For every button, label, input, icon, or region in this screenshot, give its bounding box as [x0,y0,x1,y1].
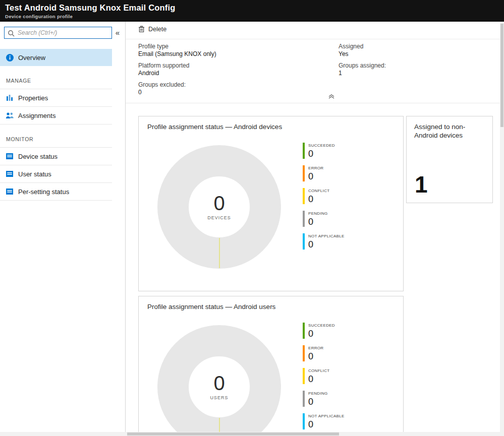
legend-swatch [303,188,305,204]
donut-chart-users: 0 USERS [157,325,281,432]
sidebar-item-label: User status [18,170,51,178]
donut-center: 0 DEVICES [157,193,281,220]
card-non-android-devices: Assigned to non-Android devices 1 [406,116,493,203]
legend-text: CONFLICT 0 [308,188,329,204]
sidebar-item-device-status[interactable]: Device status [0,148,112,165]
sidebar-item-user-status[interactable]: User status [0,165,112,183]
legend-text: SUCCEEDED 0 [308,143,335,159]
donut-total: 0 [157,372,281,394]
essential-profile-type: Profile type Email (Samsung KNOX only) [138,43,216,58]
legend-text: PENDING 0 [308,211,328,227]
sidebar-item-label: Per-setting status [18,188,69,196]
main-content: Delete Profile type Email (Samsung KNOX … [126,22,500,432]
donut-center: 0 USERS [157,372,281,400]
essentials-collapse-button[interactable] [327,92,335,101]
status-list-icon [6,153,14,160]
legend-text: PENDING 0 [308,391,328,407]
status-list-icon [6,170,14,177]
legend-item-conflict: CONFLICT 0 [303,188,345,204]
chart-legend: SUCCEEDED 0 ERROR 0 CONFLICT 0 [303,323,345,432]
chart-legend: SUCCEEDED 0 ERROR 0 CONFLICT 0 [303,143,345,256]
essential-platform: Platform supported Android [138,62,216,77]
legend-swatch [303,143,305,159]
legend-text: NOT APPLICABLE 0 [308,233,345,250]
chart-title: Profile assignment status — Android devi… [147,123,282,131]
donut-zero-marker [219,238,220,268]
legend-text: CONFLICT 0 [308,368,329,384]
horizontal-scrollbar-thumb[interactable] [127,432,339,435]
legend-swatch [303,323,305,339]
chart-card-android-users: Profile assignment status — Android user… [138,296,404,432]
legend-item-pending: PENDING 0 [303,391,345,407]
sidebar-item-label: Overview [18,54,45,61]
legend-text: NOT APPLICABLE 0 [308,413,345,429]
chart-title: Profile assignment status — Android user… [147,303,275,310]
essentials-panel: Profile type Email (Samsung KNOX only) P… [126,39,500,103]
donut-chart-devices: 0 DEVICES [157,145,281,269]
toolbar: Delete [126,22,500,39]
sidebar-item-label: Device status [18,153,58,160]
info-icon [6,54,14,61]
sidebar-item-properties[interactable]: Properties [0,89,112,107]
donut-zero-marker [219,418,220,432]
horizontal-scrollbar[interactable] [0,432,504,436]
delete-button-label: Delete [148,26,166,33]
nav-group-monitor: Device status User status Per-setting [0,147,112,201]
essential-groups-excluded: Groups excluded: 0 [138,81,216,96]
legend-item-error: ERROR 0 [303,165,345,181]
sidebar-section-manage: MANAGE [6,78,125,84]
legend-text: ERROR 0 [308,165,323,181]
vertical-scrollbar[interactable] [500,22,504,432]
legend-item-error: ERROR 0 [303,345,345,361]
legend-swatch [303,233,305,250]
legend-swatch [303,345,305,361]
sidebar-item-label: Properties [18,94,48,102]
vertical-scrollbar-thumb[interactable] [500,24,503,127]
donut-unit-label: USERS [157,395,281,400]
page-subtitle: Device configuration profile [5,14,504,19]
chart-card-android-devices: Profile assignment status — Android devi… [138,116,404,291]
status-list-icon [6,188,14,195]
sidebar-item-label: Assignments [18,112,55,119]
legend-item-succeeded: SUCCEEDED 0 [303,323,345,339]
card-title: Assigned to non-Android devices [414,122,485,140]
legend-swatch [303,368,305,384]
delete-button[interactable]: Delete [138,25,166,33]
search-input[interactable] [5,27,111,38]
legend-swatch [303,165,305,181]
sidebar-section-monitor: MONITOR [6,136,125,142]
donut-total: 0 [157,193,281,214]
search-icon [8,30,15,37]
legend-item-not-applicable: NOT APPLICABLE 0 [303,233,345,250]
non-android-count: 1 [415,171,428,198]
legend-swatch [303,413,305,429]
legend-item-not-applicable: NOT APPLICABLE 0 [303,413,345,429]
legend-item-conflict: CONFLICT 0 [303,368,345,384]
sidebar: « Overview MANAGE Properties [0,22,126,436]
essential-assigned: Assigned Yes [339,43,386,58]
legend-text: ERROR 0 [308,345,323,361]
legend-swatch [303,391,305,407]
sliders-icon [6,94,14,101]
donut-unit-label: DEVICES [157,215,281,220]
search-row: « [4,27,125,39]
legend-text: SUCCEEDED 0 [308,323,335,339]
trash-icon [138,25,145,33]
double-chevron-up-icon [328,94,334,99]
app-header: Test Android Samsung Knox Email Config D… [0,0,504,22]
essential-groups-assigned: Groups assigned: 1 [339,62,386,77]
page-title: Test Android Samsung Knox Email Config [5,3,504,13]
essentials-left-column: Profile type Email (Samsung KNOX only) P… [138,43,216,100]
legend-item-succeeded: SUCCEEDED 0 [303,143,345,159]
legend-item-pending: PENDING 0 [303,211,345,227]
essentials-right-column: Assigned Yes Groups assigned: 1 [339,43,386,81]
sidebar-item-overview[interactable]: Overview [0,49,112,66]
people-icon [6,112,14,119]
sidebar-item-assignments[interactable]: Assignments [0,107,112,124]
sidebar-item-per-setting-status[interactable]: Per-setting status [0,183,112,201]
legend-swatch [303,211,305,227]
search-box[interactable] [4,27,112,39]
nav-group-manage: Properties Assignments [0,89,112,124]
sidebar-collapse-button[interactable]: « [112,27,123,39]
